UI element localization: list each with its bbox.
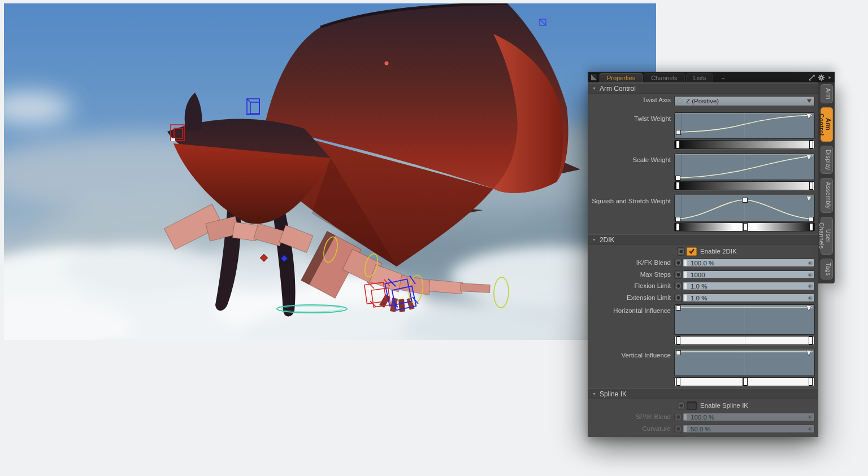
squash-stretch-label: Squash and Stretch Weight [588, 195, 674, 206]
tab-channels[interactable]: Channels [644, 73, 684, 82]
curve-flag-handle[interactable] [806, 305, 812, 312]
gradient-handle-mid[interactable] [743, 223, 748, 231]
horizontal-influence-curve[interactable] [674, 304, 815, 335]
flexion-limit-field[interactable]: 1.0 % [683, 282, 815, 290]
gradient-handle-left[interactable] [676, 182, 680, 190]
curve-key-handle[interactable] [675, 176, 680, 181]
viewport-scene [4, 3, 656, 340]
side-tab-strip: Arm Arm Control Display Assembly User Ch… [818, 82, 835, 283]
horizontal-influence-label: Horizontal Influence [588, 304, 674, 315]
dial-icon[interactable] [808, 283, 813, 289]
field-value: 100.0 % [687, 260, 714, 267]
viewport-3d[interactable] [4, 3, 656, 340]
dial-icon[interactable] [808, 272, 813, 278]
vertical-influence-curve[interactable] [674, 349, 815, 376]
gear-icon[interactable] [818, 74, 825, 81]
field-value: 100.0 % [687, 414, 714, 421]
dial-icon [808, 426, 813, 432]
curve-key-handle-mid[interactable] [743, 198, 748, 203]
slider-handle-left[interactable] [676, 337, 680, 344]
section-header-spline-ik[interactable]: ▼ Spline IK [588, 388, 818, 399]
curve-flag-handle[interactable] [806, 196, 812, 202]
max-steps-field[interactable]: 1000 [683, 270, 815, 279]
section-header-arm-control[interactable]: ▼ Arm Control [588, 83, 818, 94]
section-title: Arm Control [600, 85, 636, 93]
dial-icon[interactable] [808, 295, 813, 301]
dropdown-arrow-icon [807, 99, 811, 103]
channel-state-button [674, 413, 682, 421]
gradient-handle-right[interactable] [809, 223, 813, 231]
slider-handle-right[interactable] [809, 378, 813, 386]
twist-weight-curve[interactable] [674, 112, 815, 139]
curve-flag-handle[interactable] [806, 350, 812, 356]
dial-icon[interactable] [808, 260, 813, 266]
channel-state-button[interactable] [674, 270, 682, 279]
extension-limit-field[interactable]: 1.0 % [683, 294, 815, 302]
side-tab-arm-control[interactable]: Arm Control [821, 107, 833, 141]
vertical-influence-slider[interactable] [674, 377, 815, 386]
gradient-handle-right[interactable] [809, 141, 813, 149]
vertex-dot-red[interactable] [385, 62, 389, 65]
tab-properties[interactable]: Properties [600, 73, 643, 82]
field-value: 1.0 % [687, 295, 707, 302]
curve-key-handle-right[interactable] [809, 217, 814, 222]
side-tab-arm[interactable]: Arm [821, 84, 833, 103]
enable-spline-ik-checkbox[interactable] [687, 401, 697, 410]
section-title: Spline IK [600, 390, 627, 398]
collapse-triangle-icon: ▼ [592, 86, 596, 90]
enable-spline-ik-label: Enable Spline IK [700, 402, 748, 409]
channel-state-button[interactable] [677, 247, 685, 256]
curve-flag-handle[interactable] [806, 155, 812, 161]
spik-blend-label: SP/IK Blend [588, 413, 674, 421]
curve-key-handle[interactable] [676, 350, 681, 355]
channel-state-button [674, 425, 682, 433]
twist-axis-value: Z (Positive) [686, 98, 719, 104]
ikfk-blend-label: IK/FK Blend [588, 259, 674, 267]
channel-state-button[interactable] [677, 401, 685, 410]
channel-state-button[interactable] [674, 282, 682, 290]
squash-stretch-curve[interactable] [674, 195, 815, 221]
side-tab-display[interactable]: Display [821, 146, 833, 174]
side-tab-user-channels[interactable]: User Channels [821, 217, 833, 255]
enable-2dik-checkbox[interactable] [687, 247, 697, 256]
twist-weight-gradient[interactable] [674, 140, 815, 149]
scale-weight-gradient[interactable] [674, 181, 815, 190]
side-tab-tags[interactable]: Tags [821, 259, 833, 280]
scale-weight-curve[interactable] [674, 154, 815, 180]
slider-handle-mid[interactable] [743, 378, 748, 386]
curvature-field: 50.0 % [683, 425, 815, 433]
panel-corner-icon[interactable] [590, 73, 598, 81]
channel-state-button [677, 436, 685, 438]
horizontal-influence-slider[interactable] [674, 336, 815, 345]
curve-flag-handle[interactable] [806, 113, 812, 120]
section-header-2dik[interactable]: ▼ 2DIK [588, 234, 818, 245]
slider-handle-left[interactable] [676, 378, 680, 386]
field-value: 1000 [687, 272, 705, 278]
squash-stretch-gradient[interactable] [674, 222, 815, 232]
max-steps-label: Max Steps [588, 270, 674, 279]
curve-key-handle[interactable] [676, 305, 681, 311]
twist-axis-dropdown[interactable]: Z (Positive) [674, 96, 815, 106]
field-value: 1.0 % [687, 283, 707, 290]
tab-add-button[interactable]: + [714, 74, 731, 82]
section-title: 2DIK [600, 236, 615, 244]
gradient-handle-left[interactable] [676, 141, 680, 149]
spik-blend-field: 100.0 % [683, 413, 815, 421]
gradient-handle-left[interactable] [676, 223, 680, 231]
curve-key-handle[interactable] [676, 130, 681, 135]
channel-state-button[interactable] [674, 259, 682, 267]
curve-key-handle-left[interactable] [675, 217, 680, 222]
properties-panel: Properties Channels Lists + [588, 72, 835, 436]
chevron-right-icon[interactable] [827, 74, 832, 81]
channel-state-button[interactable] [674, 294, 682, 302]
ikfk-blend-field[interactable]: 100.0 % [683, 259, 815, 267]
tab-lists[interactable]: Lists [686, 73, 714, 82]
enable-2dik-label: Enable 2DIK [700, 248, 737, 255]
gradient-handle-right[interactable] [809, 182, 813, 190]
slider-handle-right[interactable] [809, 337, 813, 344]
expand-icon[interactable] [808, 74, 815, 81]
vertical-influence-label: Vertical Influence [588, 349, 674, 360]
side-tab-assembly[interactable]: Assembly [821, 178, 833, 213]
collapse-triangle-icon: ▼ [592, 392, 596, 396]
application-window: Properties Channels Lists + [0, 0, 868, 476]
